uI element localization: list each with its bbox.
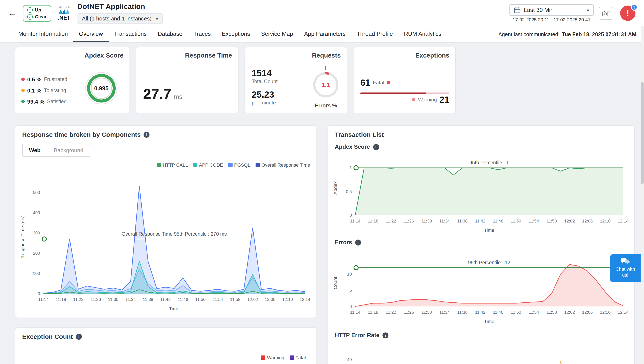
back-button[interactable] xyxy=(6,7,19,20)
apdex-row: 0.1 %Tolerating xyxy=(21,85,67,96)
svg-text:12:02: 12:02 xyxy=(564,219,575,223)
components-chart[interactable]: Overall Response Time 95th Percentile : … xyxy=(19,170,314,313)
requests-card: Requests 1514 Total Count 25.23 per minu… xyxy=(244,47,347,113)
info-icon[interactable] xyxy=(373,144,379,150)
svg-text:95th Percentile : 1: 95th Percentile : 1 xyxy=(469,160,509,165)
svg-text:11:38: 11:38 xyxy=(457,310,468,314)
requests-stats: 1514 Total Count 25.23 per minute xyxy=(252,69,278,106)
svg-text:11:14: 11:14 xyxy=(350,219,360,223)
svg-text:11:54: 11:54 xyxy=(528,219,539,223)
svg-text:12:14: 12:14 xyxy=(618,219,628,223)
fatal-count: 61 xyxy=(360,78,370,87)
svg-text:500: 500 xyxy=(33,190,40,195)
apdex-row-pct: 99.4 % xyxy=(27,98,44,105)
svg-text:11:50: 11:50 xyxy=(511,310,521,314)
exception-count-legend: WarningFatal xyxy=(261,355,306,360)
camera-plus-icon xyxy=(602,10,610,17)
svg-text:11:30: 11:30 xyxy=(422,310,432,314)
svg-text:Time: Time xyxy=(169,306,179,311)
svg-text:11:54: 11:54 xyxy=(528,310,539,314)
tab-traces[interactable]: Traces xyxy=(188,27,216,42)
info-icon[interactable] xyxy=(355,239,361,245)
chat-widget-label: Chat with us! xyxy=(610,267,640,278)
tab-transactions[interactable]: Transactions xyxy=(108,27,152,42)
legend-item[interactable]: Overall Response Time xyxy=(255,162,310,168)
info-icon[interactable] xyxy=(76,333,82,339)
svg-text:11:18: 11:18 xyxy=(368,310,378,314)
svg-text:Time: Time xyxy=(484,319,494,324)
svg-text:12:06: 12:06 xyxy=(582,219,593,223)
chat-widget[interactable]: Chat with us! xyxy=(610,254,640,282)
chevron-down-icon xyxy=(156,15,158,22)
fatal-label: Fatal xyxy=(373,79,384,86)
svg-text:11:34: 11:34 xyxy=(439,219,450,223)
svg-text:11:50: 11:50 xyxy=(511,219,521,223)
svg-text:11:22: 11:22 xyxy=(386,219,396,223)
user-avatar[interactable]: 3 xyxy=(620,6,636,21)
check-icon xyxy=(27,14,33,20)
svg-text:11:14: 11:14 xyxy=(38,297,49,302)
tab-exceptions[interactable]: Exceptions xyxy=(216,27,256,42)
http-error-rate-chart[interactable]: 0204011:1411:1811:2211:2611:3011:3411:38… xyxy=(331,341,632,364)
svg-text:11:46: 11:46 xyxy=(493,310,504,314)
toggle-web[interactable]: Web xyxy=(22,144,47,156)
svg-text:12:06: 12:06 xyxy=(265,297,275,302)
errors-gauge-value: 1.1 xyxy=(321,81,330,88)
host-selector-dropdown[interactable]: All (1 hosts and 1 instances) xyxy=(77,13,163,24)
svg-text:12:02: 12:02 xyxy=(247,297,258,302)
scrollbar-thumb[interactable] xyxy=(641,82,644,184)
requests-total: 1514 xyxy=(252,69,278,78)
legend-swatch-icon xyxy=(228,163,232,167)
tab-thread-profile[interactable]: Thread Profile xyxy=(351,27,398,42)
warning-count: 21 xyxy=(439,95,449,104)
exception-count-panel: Exception Count WarningFatal xyxy=(15,327,316,364)
svg-text:300: 300 xyxy=(33,231,40,235)
svg-text:12:06: 12:06 xyxy=(582,310,593,314)
toggle-background[interactable]: Background xyxy=(47,144,90,156)
tab-overview[interactable]: Overview xyxy=(74,27,108,42)
legend-item[interactable]: PGSQL xyxy=(228,162,250,168)
svg-text:40: 40 xyxy=(347,357,352,362)
notification-badge: 3 xyxy=(631,4,638,11)
legend-item[interactable]: Fatal xyxy=(290,355,306,360)
status-clear: Clear xyxy=(27,14,47,20)
transaction-list-title: Transaction List xyxy=(335,131,384,138)
svg-text:5: 5 xyxy=(350,288,352,293)
fatal-row: 61 Fatal xyxy=(360,78,390,87)
legend-item[interactable]: Warning xyxy=(261,355,284,360)
dotnet-logo-icon xyxy=(58,9,70,15)
svg-text:11:58: 11:58 xyxy=(546,219,557,223)
legend-swatch-icon xyxy=(157,163,161,167)
errors-gauge-label: Errors % xyxy=(310,103,342,109)
tab-monitor-information[interactable]: Monitor Information xyxy=(13,27,74,42)
errors-trend-chart[interactable]: 95th Percentile : 12051011:1411:1811:221… xyxy=(331,249,632,326)
exception-count-title: Exception Count xyxy=(22,333,82,340)
svg-text:11:18: 11:18 xyxy=(368,219,378,223)
legend-item[interactable]: HTTP CALL xyxy=(157,162,188,168)
info-icon[interactable] xyxy=(144,132,150,137)
time-range-dropdown[interactable]: Last 30 Min xyxy=(510,4,594,16)
response-time-value: 27.7 ms xyxy=(143,86,182,102)
status-up-label: Up xyxy=(35,7,41,12)
response-time-number: 27.7 xyxy=(143,86,171,102)
apdex-gauge: 0.995 xyxy=(84,70,119,106)
agent-time: Tue Feb 18, 2025 07:31:31 AM xyxy=(562,31,636,37)
legend-item[interactable]: APP CODE xyxy=(193,162,223,168)
up-arrow-icon xyxy=(27,7,33,13)
tab-database[interactable]: Database xyxy=(152,27,188,42)
tab-rum-analytics[interactable]: RUM Analytics xyxy=(398,27,447,42)
app-root: Up Clear Microsoft .NET DotNET Applicati… xyxy=(0,0,644,364)
svg-text:11:30: 11:30 xyxy=(108,297,118,302)
svg-text:11:34: 11:34 xyxy=(439,310,450,314)
svg-text:12:10: 12:10 xyxy=(282,297,293,302)
info-icon[interactable] xyxy=(382,332,388,338)
response-time-card: Response Time 27.7 ms xyxy=(136,47,238,113)
tab-app-parameters[interactable]: App Parameters xyxy=(298,27,351,42)
apdex-trend-chart[interactable]: 95th Percentile : 100.5111:1411:1811:221… xyxy=(331,150,632,235)
screenshot-button[interactable] xyxy=(599,7,613,20)
tab-service-map[interactable]: Service Map xyxy=(256,27,298,42)
warning-dot-icon xyxy=(412,98,416,101)
legend-swatch-icon xyxy=(261,355,265,360)
svg-text:11:38: 11:38 xyxy=(457,219,468,223)
svg-text:12:14: 12:14 xyxy=(618,310,628,314)
